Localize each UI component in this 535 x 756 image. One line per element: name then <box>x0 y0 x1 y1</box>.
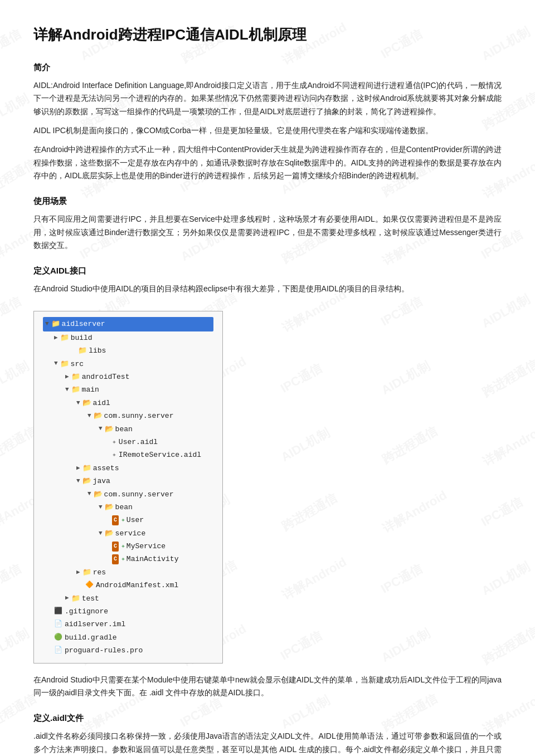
tree-build-label: build <box>71 331 93 344</box>
section-heading-intro: 简介 <box>33 60 502 75</box>
tree-java-folder[interactable]: ▼ 📂 java <box>43 475 213 487</box>
folder-icon-test: 📁 <box>71 592 80 605</box>
folder-icon-libs: 📁 <box>78 344 87 357</box>
file-tree: ▼ 📁 aidlserver ▶ 📁 build 📁 libs ▼ 📁 src … <box>33 311 223 663</box>
tree-user-java[interactable]: C ✦ User <box>43 514 213 526</box>
tree-root[interactable]: ▼ 📁 aidlserver <box>43 317 213 331</box>
tree-root-label: aidlserver <box>62 318 105 330</box>
tree-java-com-sunny-server[interactable]: ▼ 📂 com.sunny.server <box>43 488 213 501</box>
aidl-icon-user: ✦ <box>112 436 116 448</box>
tree-java-bean[interactable]: ▼ 📂 bean <box>43 501 213 514</box>
tree-res-label: res <box>93 566 106 579</box>
tree-androidtest-label: androidTest <box>82 370 130 383</box>
tree-src[interactable]: ▼ 📁 src <box>43 358 213 370</box>
tree-arrow-aidl-bean: ▼ <box>99 423 103 435</box>
tree-main[interactable]: ▼ 📁 main <box>43 383 213 396</box>
tree-libs-label: libs <box>89 344 106 357</box>
tree-myservice-label: MyService <box>127 540 166 553</box>
package-icon-aidl-bean: 📂 <box>105 423 114 436</box>
section-heading-usecase: 使用场景 <box>33 194 502 208</box>
tree-libs[interactable]: 📁 libs <box>43 344 213 357</box>
gitignore-icon: ⬛ <box>54 606 62 618</box>
tree-arrow-java-service: ▼ <box>99 528 103 539</box>
tree-iml[interactable]: 📄 aidlserver.iml <box>43 618 213 631</box>
tree-iremoteservice-aidl-label: IRemoteService.aidl <box>119 448 201 461</box>
proguard-icon: 📄 <box>54 645 62 657</box>
define-aidl-file-para: .aidl文件名称必须同接口名称保持一致，必须使用Java语言的语法定义AIDL… <box>33 730 502 756</box>
tree-java-bean-label: bean <box>115 501 133 514</box>
intro-para-1: AIDL:Android Interface Definition Langua… <box>33 79 502 119</box>
tree-proguard[interactable]: 📄 proguard-rules.pro <box>43 644 213 657</box>
tree-src-label: src <box>71 358 84 370</box>
tree-arrow-res: ▶ <box>76 567 80 578</box>
section-heading-define-aidl: 定义AIDL接口 <box>33 264 502 278</box>
tree-res[interactable]: ▶ 📁 res <box>43 566 213 579</box>
tree-spacer-libs <box>63 345 70 357</box>
tree-user-aidl-label: User.aidl <box>119 436 158 448</box>
package-icon-java-comss: 📂 <box>94 488 103 501</box>
folder-icon-assets: 📁 <box>82 462 91 475</box>
tree-buildgradle[interactable]: 🟢 build.gradle <box>43 631 213 644</box>
tree-mainactivity-label: MainActivity <box>127 553 179 565</box>
tree-proguard-label: proguard-rules.pro <box>65 644 143 657</box>
tree-user-aidl[interactable]: ✦ User.aidl <box>43 436 213 448</box>
tree-arrow-aidl-pkg: ▼ <box>87 411 91 422</box>
tree-user-java-label: User <box>127 514 144 526</box>
folder-icon-main: 📁 <box>71 383 80 396</box>
tree-arrow-java-bean: ▼ <box>99 502 103 513</box>
tree-aidl-label: aidl <box>93 397 110 409</box>
tree-androidtest[interactable]: ▶ 📁 androidTest <box>43 370 213 383</box>
tree-aidl-folder[interactable]: ▼ 📂 aidl <box>43 397 213 409</box>
java-class-icon-myservice: C <box>112 542 119 552</box>
tree-gitignore-label: .gitignore <box>65 605 108 618</box>
package-icon-java-service: 📂 <box>105 527 114 540</box>
tree-iml-label: aidlserver.iml <box>65 618 125 631</box>
intro-para-3: 在Android中跨进程操作的方式不止一种，四大组件中ContentProvid… <box>33 143 502 183</box>
folder-icon-java: 📂 <box>82 475 91 487</box>
folder-icon-res: 📁 <box>82 566 91 579</box>
folder-icon-androidtest: 📁 <box>71 370 80 383</box>
tree-build[interactable]: ▶ 📁 build <box>43 331 213 344</box>
intro-para-2: AIDL IPC机制是面向接口的，像COM或Corba一样，但是更加轻量级。它是… <box>33 124 502 138</box>
tree-aidl-bean-label: bean <box>115 423 133 436</box>
tree-arrow-build: ▶ <box>54 333 58 344</box>
gradle-icon: 🟢 <box>54 632 62 644</box>
tree-gitignore[interactable]: ⬛ .gitignore <box>43 605 213 618</box>
folder-icon-build: 📁 <box>60 331 69 344</box>
tree-iremoteservice-aidl[interactable]: ✦ IRemoteService.aidl <box>43 448 213 461</box>
tree-java-comss-label: com.sunny.server <box>104 488 174 501</box>
tree-assets-label: assets <box>93 462 119 475</box>
tree-androidmanifest[interactable]: 🔶 AndroidManifest.xml <box>43 579 213 592</box>
package-icon-java-bean: 📂 <box>105 501 114 514</box>
tree-arrow-java: ▼ <box>76 476 80 487</box>
tree-arrow-src: ▼ <box>54 358 58 369</box>
tree-arrow-aidl: ▼ <box>76 398 80 409</box>
java-class-icon-mainactivity: C <box>112 554 119 564</box>
tree-test[interactable]: ▶ 📁 test <box>43 592 213 605</box>
tree-arrow-main: ▼ <box>65 384 69 396</box>
tree-aidl-comss-label: com.sunny.server <box>104 409 174 422</box>
package-icon-aidl-comss: 📂 <box>94 409 103 422</box>
tree-main-label: main <box>82 383 99 396</box>
folder-icon-src: 📁 <box>60 358 69 370</box>
page-title: 详解Android跨进程IPC通信AIDL机制原理 <box>33 22 502 47</box>
tree-assets[interactable]: ▶ 📁 assets <box>43 462 213 475</box>
define-aidl-para-1: 在Android Studio中使用AIDL的项目的目录结构跟eclipse中有… <box>33 282 502 296</box>
java-leaf-icon-myservice: ✦ <box>121 540 125 553</box>
tree-mainactivity[interactable]: C ✦ MainActivity <box>43 553 213 565</box>
tree-arrow-test: ▶ <box>65 593 69 604</box>
tree-aidl-bean[interactable]: ▼ 📂 bean <box>43 423 213 436</box>
java-leaf-icon-user: ✦ <box>121 514 125 526</box>
tree-arrow-root: ▼ <box>45 319 49 330</box>
tree-arrow-androidtest: ▶ <box>65 372 69 383</box>
tree-java-service-label: service <box>115 527 146 540</box>
tree-java-service[interactable]: ▼ 📂 service <box>43 527 213 540</box>
tree-arrow-java-pkg: ▼ <box>87 489 91 500</box>
tree-androidmanifest-label: AndroidManifest.xml <box>96 579 178 592</box>
tree-aidl-com-sunny-server[interactable]: ▼ 📂 com.sunny.server <box>43 409 213 422</box>
tree-myservice[interactable]: C ✦ MyService <box>43 540 213 553</box>
folder-icon-root: 📁 <box>51 318 60 330</box>
java-class-icon-user: C <box>112 515 119 525</box>
after-tree-para: 在Android Studio中只需要在某个Module中使用右键菜单中new就… <box>33 674 502 700</box>
usecase-para-1: 只有不同应用之间需要进行IPC，并且想要在Service中处理多线程时，这种场景… <box>33 213 502 252</box>
